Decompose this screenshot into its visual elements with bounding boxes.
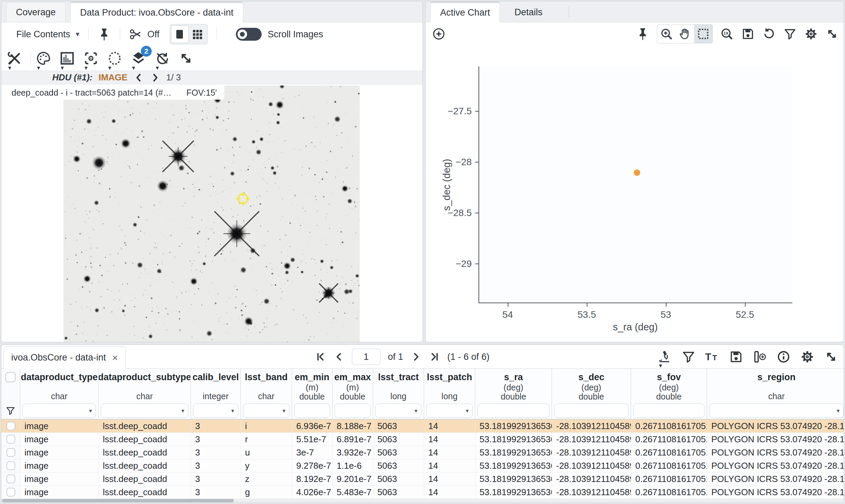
filter-input-em_min[interactable] — [294, 403, 330, 418]
column-header-lsst_band[interactable]: lsst_bandchar — [241, 369, 292, 402]
column-type: double — [500, 392, 526, 401]
row-checkbox[interactable] — [6, 461, 15, 470]
filter-icon[interactable] — [783, 27, 797, 41]
settings-gear-icon[interactable] — [800, 350, 814, 364]
column-header-em_min[interactable]: em_min(m)double — [292, 369, 333, 402]
select-all-checkbox[interactable] — [5, 372, 16, 382]
single-pane-icon[interactable] — [171, 25, 189, 43]
row-checkbox[interactable] — [6, 474, 15, 483]
table-row[interactable]: imagelsst.deep_coadd3u3e-73.932e-7506314… — [1, 446, 844, 459]
next-hdu-icon[interactable] — [150, 73, 160, 83]
filter-icon[interactable] — [1, 402, 20, 419]
filter-input-dataproduct_subtype[interactable] — [101, 403, 188, 418]
cell-s_dec: -28.10391211045898 — [552, 472, 631, 485]
file-contents-dropdown[interactable]: File Contents ▾ — [16, 29, 80, 40]
filter-icon[interactable] — [682, 350, 696, 364]
region-circle-icon[interactable]: ▾ — [107, 51, 123, 66]
analyze-microscope-icon[interactable]: ▾ — [658, 350, 672, 364]
chart-plot[interactable]: 5453.55352.5−27.5−28−28.5−29 — [478, 67, 792, 303]
cell-lsst_patch: 14 — [424, 472, 475, 485]
filter-input-s_fov[interactable] — [633, 403, 704, 418]
column-header-em_max[interactable]: em_max(m)double — [333, 369, 373, 402]
page-number-input[interactable] — [352, 349, 381, 365]
center-focus-icon[interactable]: ▾ — [83, 51, 99, 66]
pin-icon[interactable] — [636, 27, 650, 41]
layers-icon[interactable]: 2▾ — [131, 51, 146, 66]
text-options-icon[interactable]: TT — [705, 350, 719, 364]
palette-icon[interactable]: ▾ — [36, 51, 51, 66]
select-area-icon[interactable] — [694, 25, 712, 43]
grid-pane-icon[interactable] — [189, 25, 206, 43]
expand-icon[interactable] — [825, 27, 839, 41]
table-tab[interactable]: ivoa.ObsCore - data-int × — [3, 346, 126, 369]
cell-s_region: POLYGON ICRS 53.074920 -28.198379 53 — [707, 472, 844, 485]
settings-gear-icon[interactable] — [804, 27, 818, 41]
tab-details[interactable]: Details — [505, 2, 552, 22]
column-header-calib_level[interactable]: calib_levelinteger — [191, 369, 241, 402]
column-type: char — [258, 391, 275, 400]
prev-hdu-icon[interactable] — [134, 73, 144, 83]
restore-icon[interactable] — [762, 27, 776, 41]
table-row[interactable]: imagelsst.deep_coadd3i6.936e-78.188e-750… — [1, 419, 844, 433]
column-header-s_dec[interactable]: s_dec(deg)double — [552, 369, 631, 402]
filter-input-s_region[interactable] — [709, 403, 844, 418]
next-page-icon[interactable] — [411, 352, 422, 362]
filter-input-dataproduct_type[interactable] — [22, 403, 96, 418]
table-row[interactable]: imagelsst.deep_coadd3g4.026e-75.483e-750… — [1, 486, 844, 499]
table-row[interactable]: imagelsst.deep_coadd3z8.192e-79.201e-750… — [1, 472, 844, 486]
first-page-icon[interactable] — [315, 352, 326, 362]
scroll-images-toggle[interactable] — [236, 28, 262, 41]
column-type: char — [51, 391, 68, 400]
data-point[interactable] — [634, 169, 640, 176]
column-header-dataproduct_type[interactable]: dataproduct_typechar — [20, 369, 99, 402]
horizontal-scrollbar — [1, 499, 844, 503]
filter-input-s_ra[interactable] — [477, 403, 549, 418]
tools-icon[interactable]: ▾ — [7, 51, 22, 66]
layout-toggle-group — [170, 24, 208, 44]
column-header-s_fov[interactable]: s_fov(deg)double — [631, 369, 707, 402]
info-icon[interactable] — [776, 350, 791, 364]
row-checkbox[interactable] — [6, 488, 15, 497]
close-icon[interactable]: × — [112, 353, 118, 363]
expand-icon[interactable] — [178, 51, 194, 66]
hdu-page-indicator: 1/ 3 — [166, 72, 181, 83]
pan-hand-icon[interactable] — [676, 25, 694, 43]
expand-icon[interactable] — [824, 350, 838, 364]
prev-page-icon[interactable] — [334, 352, 345, 362]
tab-coverage[interactable]: Coverage — [6, 2, 66, 22]
tab-data-product[interactable]: Data Product: ivoa.ObsCore - data-int — [70, 1, 243, 22]
tab-active-chart[interactable]: Active Chart — [430, 1, 500, 22]
column-header-s_ra[interactable]: s_ra(deg)double — [475, 369, 552, 402]
chevron-down-icon: ▾ — [85, 65, 88, 71]
chevron-down-icon: ▾ — [465, 408, 469, 414]
column-header-lsst_patch[interactable]: lsst_patchlong — [424, 369, 475, 402]
column-header-s_region[interactable]: s_regionchar — [707, 369, 844, 402]
zoom-in-icon[interactable] — [657, 25, 676, 43]
filter-input-s_dec[interactable] — [554, 403, 629, 418]
table-row[interactable]: imagelsst.deep_coadd3y9.278e-71.1e-65063… — [1, 459, 844, 472]
last-page-icon[interactable] — [429, 352, 440, 362]
row-checkbox[interactable] — [6, 421, 15, 430]
scroll-images-label: Scroll Images — [268, 29, 323, 40]
save-icon[interactable] — [729, 350, 743, 364]
image-title-chip: deep_coadd - i - tract=5063 patch=14 (#…… — [4, 86, 224, 100]
rotate-off-icon[interactable]: ▾ — [154, 51, 170, 66]
scrollbar-thumb[interactable] — [2, 499, 234, 502]
column-header-dataproduct_subtype[interactable]: dataproduct_subtypechar — [99, 369, 191, 402]
histogram-icon[interactable]: ▾ — [59, 51, 75, 66]
firefly-app: Coverage Data Product: ivoa.ObsCore - da… — [0, 0, 845, 504]
save-icon[interactable] — [741, 27, 755, 41]
table-row[interactable]: imagelsst.deep_coadd3r5.51e-76.891e-7506… — [1, 433, 844, 446]
add-column-icon[interactable] — [753, 350, 767, 364]
pin-icon[interactable] — [98, 28, 111, 41]
sky-image[interactable] — [64, 86, 360, 342]
column-header-lsst_tract[interactable]: lsst_tractlong — [373, 369, 424, 402]
filter-input-em_max[interactable] — [335, 403, 371, 418]
cutout-control[interactable]: Off — [129, 28, 159, 41]
image-viewer[interactable]: deep_coadd - i - tract=5063 patch=14 (#…… — [1, 85, 423, 342]
chevron-down-icon: ▾ — [837, 408, 840, 414]
add-chart-icon[interactable] — [432, 27, 446, 41]
zoom-1x-icon[interactable]: 1X — [720, 27, 734, 41]
row-checkbox[interactable] — [6, 435, 15, 444]
row-checkbox[interactable] — [6, 448, 15, 457]
